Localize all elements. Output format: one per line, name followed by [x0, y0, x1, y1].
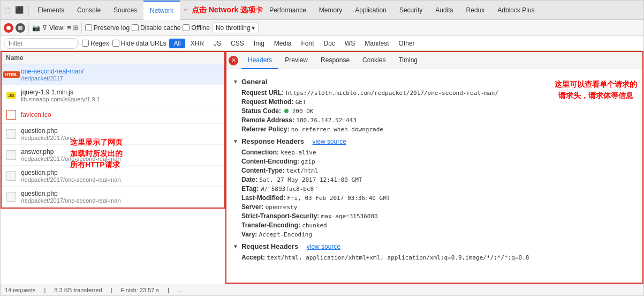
- list-item[interactable]: answer.php /redpacket/2017/one-second-re…: [2, 145, 224, 166]
- filter-btn-js[interactable]: JS: [209, 39, 225, 48]
- stop-button[interactable]: [16, 23, 25, 33]
- list-item[interactable]: question.php /redpacket/2017/one-second-…: [2, 187, 224, 208]
- regex-checkbox[interactable]: Regex: [82, 40, 109, 47]
- preserve-log-label: Preserve log: [94, 24, 130, 32]
- separator-icon: |: [168, 287, 169, 293]
- filter-btn-xhr[interactable]: XHR: [186, 39, 208, 48]
- item-name: question.php: [21, 190, 121, 197]
- record-button[interactable]: [4, 23, 13, 33]
- response-headers-view-source[interactable]: view source: [313, 138, 346, 145]
- list-item[interactable]: HTML one-second-real-man/ /redpacket/201…: [2, 64, 224, 85]
- filter-btn-manifest[interactable]: Manifest: [360, 39, 393, 48]
- left-panel: Name HTML one-second-real-man/ /redpacke…: [1, 51, 225, 209]
- list-item[interactable]: favicon.ico: [2, 106, 224, 124]
- separator-icon: |: [44, 287, 46, 293]
- filter-btn-font[interactable]: Font: [297, 39, 319, 48]
- chevron-down-icon: ▾: [252, 24, 255, 32]
- camera-icon[interactable]: 📷: [32, 24, 40, 32]
- tab-annotation-text: 点击 Network 选项卡: [192, 5, 263, 15]
- tab-security[interactable]: Security: [393, 1, 429, 20]
- tab-application[interactable]: Application: [348, 1, 393, 20]
- regex-label: Regex: [90, 40, 109, 47]
- regex-input[interactable]: [82, 40, 89, 47]
- preserve-log-input[interactable]: [85, 24, 92, 31]
- item-url: /redpacket/2017: [21, 75, 84, 82]
- disable-cache-input[interactable]: [132, 24, 139, 31]
- filter-btn-other[interactable]: Other: [395, 39, 419, 48]
- right-panel-tabs: ✕ Headers Preview Response Cookies Timin…: [226, 52, 642, 69]
- item-name: answer.php: [21, 148, 121, 156]
- main-content: Name HTML one-second-real-man/ /redpacke…: [1, 51, 643, 284]
- device-icon[interactable]: ⬛: [14, 5, 24, 15]
- item-name: one-second-real-man/: [21, 68, 84, 75]
- content-encoding-key: Content-Encoding:: [241, 158, 299, 165]
- tab-console[interactable]: Console: [71, 1, 107, 20]
- filter-btn-doc[interactable]: Doc: [320, 39, 339, 48]
- content-type-row: Content-Type: text/html: [241, 167, 636, 174]
- list-item[interactable]: JS jquery-1.9.1.min.js lib.sinaapp.com/j…: [2, 85, 224, 106]
- tab-network[interactable]: Network: [143, 1, 180, 20]
- tab-performance[interactable]: Performance: [263, 1, 313, 20]
- tab-memory[interactable]: Memory: [313, 1, 348, 20]
- request-list[interactable]: HTML one-second-real-man/ /redpacket/201…: [2, 64, 224, 208]
- status-code-row: Status Code: 200 OK: [241, 107, 636, 115]
- last-modified-key: Last-Modified:: [241, 194, 285, 202]
- list-item[interactable]: question.php /redpacket/2017/one: [2, 124, 224, 145]
- filter-btn-css[interactable]: CSS: [226, 39, 248, 48]
- etag-key: ETag:: [241, 185, 259, 193]
- rtab-cookies[interactable]: Cookies: [356, 52, 392, 69]
- list-item[interactable]: question.php /redpacket/2017/one-second-…: [2, 166, 224, 187]
- disable-cache-checkbox[interactable]: Disable cache: [132, 24, 180, 32]
- stop-icon: [18, 26, 22, 30]
- offline-checkbox[interactable]: Offline: [183, 24, 209, 32]
- hide-data-urls-checkbox[interactable]: Hide data URLs: [112, 40, 166, 47]
- item-text: question.php /redpacket/2017/one: [21, 127, 74, 141]
- item-text: question.php /redpacket/2017/one-second-…: [21, 169, 121, 183]
- filter-btn-all[interactable]: All: [169, 39, 185, 48]
- throttling-dropdown[interactable]: No throttling ▾: [212, 23, 259, 33]
- request-headers-view-source[interactable]: view source: [307, 243, 340, 250]
- content-encoding-row: Content-Encoding: gzip: [241, 158, 636, 165]
- item-name: favicon.ico: [21, 111, 51, 119]
- item-url: /redpacket/2017/one: [21, 135, 74, 141]
- close-panel-button[interactable]: ✕: [229, 56, 238, 65]
- request-headers-title-text: Request Headers: [241, 242, 298, 250]
- status-bar: 14 requests | 8.3 KB transferred | Finis…: [1, 284, 643, 295]
- item-text: question.php /redpacket/2017/one-second-…: [21, 190, 121, 204]
- type-filter-buttons: All XHR JS CSS Img Media Font Doc WS Man…: [169, 39, 419, 48]
- hide-data-urls-input[interactable]: [112, 40, 119, 47]
- tab-sources[interactable]: Sources: [107, 1, 143, 20]
- filter-btn-ws[interactable]: WS: [340, 39, 359, 48]
- last-modified-value: Fri, 03 Feb 2017 03:36:40 GMT: [287, 195, 390, 202]
- vary-key: Vary:: [241, 231, 257, 238]
- content-type-key: Content-Type:: [241, 167, 284, 174]
- filter-bar: Regex Hide data URLs All XHR JS CSS Img …: [1, 36, 643, 51]
- filter-icon[interactable]: ⊽: [42, 24, 47, 32]
- inspect-icon[interactable]: ⬚: [3, 5, 12, 15]
- rtab-response[interactable]: Response: [314, 52, 356, 69]
- tab-elements[interactable]: Elements: [31, 1, 71, 20]
- list-header: Name: [2, 52, 224, 64]
- filter-btn-img[interactable]: Img: [249, 39, 269, 48]
- rtab-headers[interactable]: Headers: [241, 52, 278, 69]
- tab-adblock[interactable]: Adblock Plus: [491, 1, 541, 20]
- offline-input[interactable]: [183, 24, 190, 31]
- view-toggle[interactable]: ≡ ⊞: [67, 24, 78, 32]
- network-tab-annotation: ← 点击 Network 选项卡: [182, 4, 263, 16]
- sts-key: Strict-Transport-Security:: [241, 212, 319, 220]
- item-text: jquery-1.9.1.min.js lib.sinaapp.com/js/j…: [21, 88, 100, 102]
- throttling-label: No throttling: [216, 24, 251, 32]
- tab-audits[interactable]: Audits: [429, 1, 459, 20]
- status-code-value: 200 OK: [292, 108, 314, 115]
- filter-input[interactable]: [4, 38, 79, 49]
- network-toolbar: 📷 ⊽ View: ≡ ⊞ Preserve log Disable cache…: [1, 20, 643, 36]
- rtab-timing[interactable]: Timing: [392, 52, 424, 69]
- request-method-row: Request Method: GET: [241, 98, 636, 106]
- connection-key: Connection:: [241, 149, 279, 156]
- rtab-preview[interactable]: Preview: [278, 52, 314, 69]
- tab-redux[interactable]: Redux: [460, 1, 491, 20]
- preserve-log-checkbox[interactable]: Preserve log: [85, 24, 130, 32]
- filter-btn-media[interactable]: Media: [270, 39, 296, 48]
- headers-content: General Request URL: https://sloth.micbl…: [226, 69, 642, 283]
- blank-icon: [6, 171, 17, 181]
